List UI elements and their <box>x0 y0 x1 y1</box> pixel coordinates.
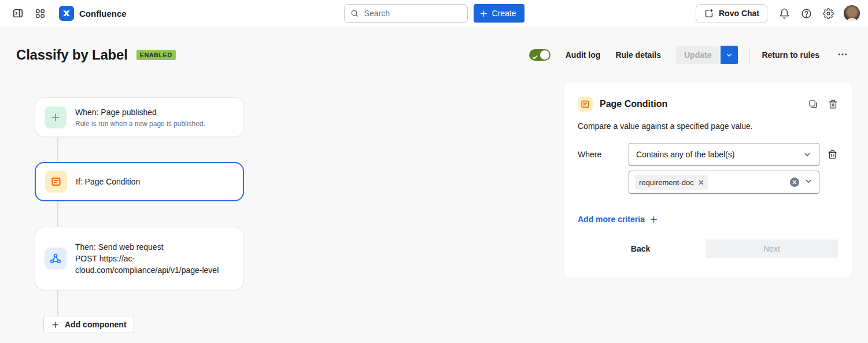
add-more-criteria-label: Add more criteria <box>578 215 645 224</box>
create-button-label: Create <box>492 9 516 18</box>
plus-icon <box>51 320 60 329</box>
add-more-criteria-button[interactable]: Add more criteria <box>578 215 658 224</box>
label-chip: requirement-doc <box>635 175 708 190</box>
search-box[interactable] <box>343 4 467 23</box>
delete-criteria-button[interactable] <box>828 150 837 160</box>
where-label: Where <box>578 143 629 194</box>
trigger-title: When: Page published <box>75 106 205 118</box>
rovo-chat-label: Rovo Chat <box>719 9 759 18</box>
topbar-center: Create <box>343 4 524 23</box>
sidebar-toggle-button[interactable] <box>8 4 28 23</box>
panel-footer: Back Next <box>578 239 838 258</box>
copy-icon <box>808 99 818 109</box>
status-badge: ENABLED <box>136 50 176 60</box>
clear-all-button[interactable] <box>790 178 799 187</box>
bell-icon <box>779 8 790 19</box>
top-navigation-bar: Confluence Create <box>0 0 868 27</box>
duplicate-component-button[interactable] <box>808 99 818 109</box>
app-switcher-button[interactable] <box>30 4 50 23</box>
chevron-down-icon <box>725 51 733 59</box>
update-dropdown-button[interactable] <box>721 46 738 64</box>
label-chip-text: requirement-doc <box>639 178 694 187</box>
update-button[interactable]: Update <box>676 46 719 64</box>
criteria-row: Where Contains any of the label(s) requi… <box>578 143 838 194</box>
condition-type-select[interactable]: Contains any of the label(s) <box>629 143 819 166</box>
trigger-plus-icon <box>45 106 67 128</box>
condition-title: If: Page Condition <box>76 176 140 187</box>
audit-log-button[interactable]: Audit log <box>566 50 601 60</box>
add-component-label: Add component <box>65 320 127 329</box>
sidebar-toggle-icon <box>12 8 24 19</box>
divider <box>749 47 750 63</box>
topbar-right: Rovo Chat <box>696 4 860 23</box>
trigger-card[interactable]: When: Page published Rule is run when a … <box>35 97 244 137</box>
back-button[interactable]: Back <box>627 244 653 254</box>
confluence-home-link[interactable]: Confluence <box>59 6 127 21</box>
rovo-chat-icon <box>704 8 714 19</box>
connector-line <box>57 137 58 162</box>
notifications-button[interactable] <box>774 4 794 23</box>
page-condition-icon <box>45 171 67 193</box>
app-grid-icon <box>35 8 46 19</box>
connector-line <box>57 201 58 227</box>
rule-actions: Audit log Rule details Update Return to … <box>529 46 851 64</box>
chevron-down-icon <box>803 150 812 159</box>
condition-type-value: Contains any of the label(s) <box>636 150 734 159</box>
delete-component-button[interactable] <box>828 99 838 109</box>
labels-multiselect[interactable]: requirement-doc <box>629 171 819 194</box>
automation-rule-editor: Confluence Create <box>0 0 868 343</box>
rule-details-button[interactable]: Rule details <box>615 50 661 60</box>
plus-icon <box>649 215 658 224</box>
action-description: POST https://ac-cloud.com/compliance/api… <box>75 253 231 276</box>
next-button[interactable]: Next <box>706 239 838 258</box>
webhook-icon <box>45 248 67 270</box>
settings-button[interactable] <box>818 4 838 23</box>
rovo-chat-button[interactable]: Rovo Chat <box>696 4 767 23</box>
help-button[interactable] <box>796 4 816 23</box>
search-icon <box>350 9 358 18</box>
more-options-button[interactable] <box>834 47 851 63</box>
action-card[interactable]: Then: Send web request POST https://ac-c… <box>35 227 244 290</box>
panel-actions <box>808 99 838 109</box>
trash-icon <box>828 150 837 160</box>
help-icon <box>801 8 812 19</box>
page-title: Classify by Label <box>16 47 128 63</box>
toggle-knob <box>540 50 549 60</box>
update-split-button: Update <box>676 46 738 64</box>
footer-left: Back <box>578 244 703 254</box>
page-condition-panel: Page Condition Compare a value <box>564 83 852 278</box>
criteria-fields: Contains any of the label(s) requirement… <box>629 143 819 194</box>
condition-card[interactable]: If: Page Condition <box>35 162 244 201</box>
plus-icon <box>479 9 487 18</box>
panel-title: Page Condition <box>600 99 667 109</box>
confluence-logo-icon <box>59 6 74 21</box>
chevron-down-icon <box>804 176 813 188</box>
search-input[interactable] <box>363 8 461 19</box>
connector-line <box>57 290 58 316</box>
add-component-button[interactable]: Add component <box>43 316 134 333</box>
rule-enabled-toggle[interactable] <box>529 49 551 61</box>
trigger-description: Rule is run when a new page is published… <box>75 120 205 128</box>
trash-icon <box>828 99 838 109</box>
rule-title-group: Classify by Label ENABLED <box>16 47 176 63</box>
clear-icon <box>792 180 797 185</box>
app-name: Confluence <box>79 9 127 19</box>
action-title: Then: Send web request <box>75 241 231 253</box>
remove-chip-icon[interactable] <box>699 180 704 185</box>
ellipsis-icon <box>837 49 848 60</box>
gear-icon <box>823 8 834 19</box>
check-icon <box>532 52 538 62</box>
panel-description: Compare a value against a specified page… <box>578 121 838 131</box>
return-to-rules-button[interactable]: Return to rules <box>762 50 819 60</box>
panel-header: Page Condition <box>578 97 838 112</box>
page-condition-icon <box>578 97 593 112</box>
profile-avatar[interactable] <box>844 5 860 21</box>
topbar-left: Confluence <box>8 4 127 23</box>
rule-header: Classify by Label ENABLED Audit log Rule… <box>16 43 851 67</box>
create-button[interactable]: Create <box>473 4 524 23</box>
